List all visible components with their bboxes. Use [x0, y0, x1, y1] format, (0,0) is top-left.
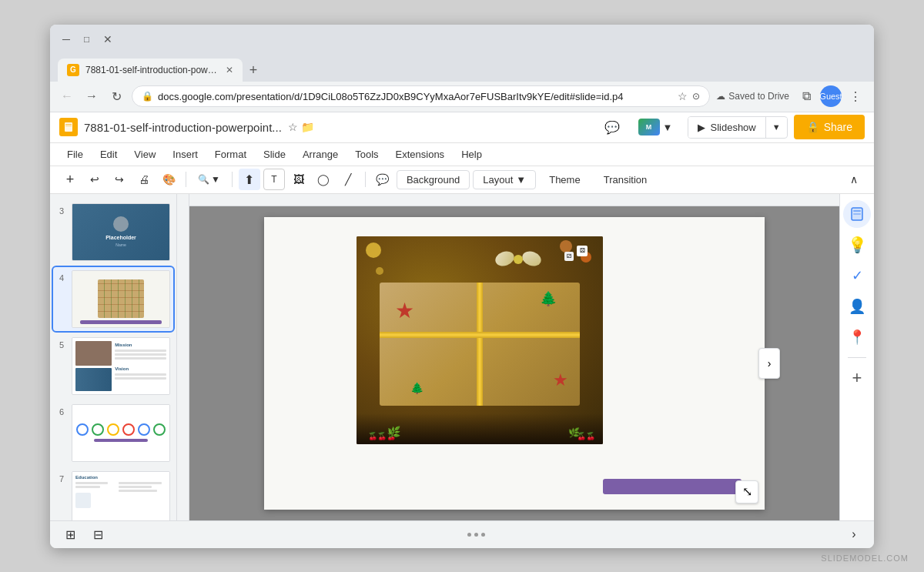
slides-app: 7881-01-self-introduction-powerpoint... …	[50, 112, 874, 194]
back-button[interactable]: ←	[58, 87, 76, 105]
menu-extensions[interactable]: Extensions	[388, 146, 453, 163]
profile-button[interactable]: Guest	[820, 85, 842, 107]
slide-item-7[interactable]: 7 Education	[53, 468, 173, 520]
menu-view[interactable]: View	[126, 146, 163, 163]
die-2: ⚂	[564, 252, 574, 261]
lines-button[interactable]: ╱	[337, 169, 359, 190]
paint-format-button[interactable]: 🎨	[158, 169, 179, 190]
star-icon[interactable]: ☆	[288, 121, 298, 133]
cloud-icon: ☁	[716, 91, 725, 102]
zoom-dropdown: ▼	[211, 174, 220, 185]
transition-button[interactable]: Transition	[594, 170, 658, 189]
slide5-vision-lines	[115, 373, 166, 381]
dot-2	[474, 533, 478, 537]
slide-thumbnail-5: Mission Vision	[72, 337, 170, 395]
panel-toggle-button[interactable]: ›	[843, 523, 865, 545]
zoom-control[interactable]: 🔍 ▼	[192, 172, 226, 187]
add-button[interactable]: +	[59, 169, 81, 190]
layout-button[interactable]: Layout ▼	[473, 170, 536, 189]
menu-help[interactable]: Help	[454, 146, 490, 163]
slideshow-dropdown-button[interactable]: ▼	[766, 118, 787, 136]
slide-item-5[interactable]: 5 Mission Vi	[53, 334, 173, 398]
image-button[interactable]: 🖼	[288, 169, 310, 190]
reload-button[interactable]: ↻	[107, 87, 126, 105]
comment-inline-button[interactable]: 💬	[372, 169, 393, 190]
action-buttons: 💬 M ▼ ▶ Slideshow ▼	[601, 114, 865, 140]
maps-panel-icon[interactable]: 📍	[843, 323, 871, 351]
menu-slide[interactable]: Slide	[256, 146, 293, 163]
die-1: ⚄	[577, 246, 588, 256]
theme-button[interactable]: Theme	[539, 170, 590, 189]
google-slides-panel-icon[interactable]	[843, 200, 871, 228]
next-slide-button[interactable]: ›	[758, 348, 780, 379]
tab-close-button[interactable]: ✕	[226, 65, 233, 75]
folder-icon[interactable]: 📁	[301, 121, 314, 133]
menu-tools[interactable]: Tools	[347, 146, 386, 163]
shapes-button[interactable]: ◯	[313, 169, 334, 190]
text-box-button[interactable]: T	[263, 169, 285, 190]
tasks-panel-icon[interactable]: ✓	[843, 262, 871, 289]
document-title[interactable]: 7881-01-self-introduction-powerpoint...	[84, 121, 282, 134]
main-content: 3 Placeholder Name 4	[50, 194, 874, 520]
chrome-menu-button[interactable]: ⋮	[845, 85, 866, 107]
redo-button[interactable]: ↪	[109, 169, 130, 190]
watermark: SLIDEMODEL.COM	[821, 554, 909, 563]
slides-panel[interactable]: 3 Placeholder Name 4	[50, 194, 177, 520]
svg-rect-5	[853, 210, 861, 212]
keep-panel-icon[interactable]: 💡	[843, 231, 871, 259]
slide5-img-bot	[75, 368, 112, 391]
right-panel-divider	[848, 357, 866, 358]
slide-item-3[interactable]: 3 Placeholder Name	[53, 200, 173, 264]
background-button[interactable]: Background	[397, 170, 470, 189]
extensions-button[interactable]: ⧉	[795, 85, 817, 107]
url-bar[interactable]: 🔒 docs.google.com/presentation/d/1D9CiL0…	[132, 85, 710, 107]
filmstrip-view-button[interactable]: ⊟	[87, 523, 109, 545]
new-tab-button[interactable]: +	[243, 60, 264, 82]
share-button[interactable]: 🔒 Share	[794, 115, 865, 139]
slide-canvas[interactable]: ★ ★ 🌲 🌲	[264, 217, 765, 510]
pine-right: 🌿	[568, 427, 580, 438]
menu-edit[interactable]: Edit	[92, 146, 125, 163]
background-label: Background	[407, 174, 460, 186]
menu-file[interactable]: File	[59, 146, 91, 163]
slides-topbar: 7881-01-self-introduction-powerpoint... …	[50, 112, 874, 143]
add-panel-button[interactable]: +	[843, 364, 871, 392]
menu-arrange[interactable]: Arrange	[295, 146, 346, 163]
slide-item-4[interactable]: 4	[53, 267, 173, 331]
forward-button[interactable]: →	[82, 87, 101, 105]
page-background: ─ □ ✕ G 7881-01-self-introduction-powe..…	[0, 0, 924, 572]
expand-button[interactable]: ⤡	[735, 480, 758, 503]
vertical-ruler	[177, 194, 189, 520]
slide5-vision-label: Vision	[115, 366, 166, 371]
grid-view-button[interactable]: ⊞	[59, 523, 81, 545]
gift-box-body: ★ ★ 🌲 🌲	[380, 283, 580, 406]
drive-icon[interactable]: ⊙	[692, 91, 700, 102]
slide-thumbnail-4	[72, 270, 170, 328]
svg-rect-6	[853, 213, 861, 215]
bookmark-icon[interactable]: ☆	[678, 90, 688, 102]
cursor-tool[interactable]: ⬆	[239, 169, 260, 190]
slideshow-main-button[interactable]: ▶ Slideshow	[688, 117, 765, 138]
slides-icon	[849, 206, 865, 222]
undo-button[interactable]: ↩	[84, 169, 105, 190]
bokeh-1	[366, 243, 381, 258]
menu-format[interactable]: Format	[207, 146, 254, 163]
contacts-panel-icon[interactable]: 👤	[843, 293, 871, 320]
slide-thumbnail-6	[72, 404, 170, 462]
horizontal-ruler	[177, 194, 839, 206]
toolbar-collapse-button[interactable]: ∧	[843, 169, 865, 190]
slide-item-6[interactable]: 6	[53, 401, 173, 465]
menu-insert[interactable]: Insert	[165, 146, 206, 163]
close-control[interactable]: ✕	[99, 33, 117, 45]
slide-thumbnail-7: Education	[72, 471, 170, 520]
slideshow-button-group: ▶ Slideshow ▼	[688, 116, 787, 139]
browser-window: ─ □ ✕ G 7881-01-self-introduction-powe..…	[50, 25, 874, 548]
comments-button[interactable]: 💬	[601, 116, 623, 138]
svg-rect-0	[65, 122, 72, 132]
meet-button[interactable]: M ▼	[629, 114, 682, 140]
minimize-control[interactable]: ─	[58, 33, 75, 45]
slide7-header: Education	[75, 475, 166, 480]
print-button[interactable]: 🖨	[133, 169, 155, 190]
restore-control[interactable]: □	[79, 34, 94, 45]
active-tab[interactable]: G 7881-01-self-introduction-powe... ✕	[58, 59, 243, 82]
